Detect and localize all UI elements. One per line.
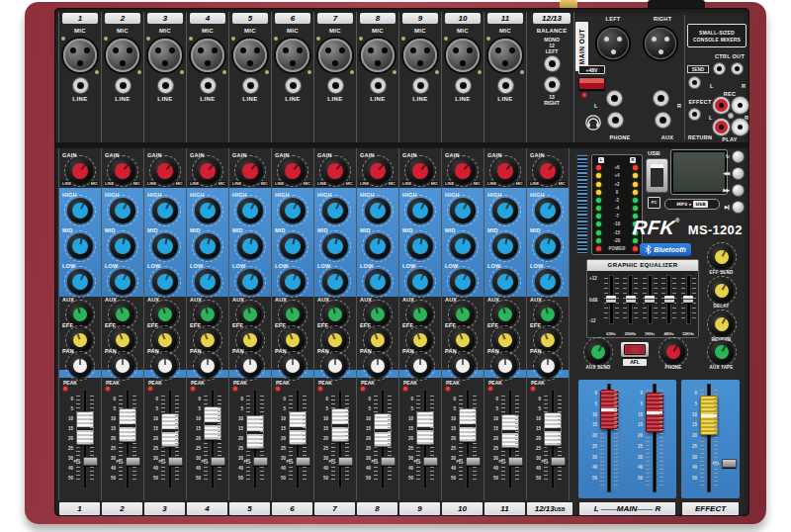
pfl-button[interactable] — [423, 457, 438, 466]
mid-knob[interactable] — [450, 233, 476, 259]
low-knob[interactable] — [195, 269, 220, 295]
slider-cap[interactable] — [606, 296, 616, 303]
high-knob[interactable] — [407, 198, 433, 223]
high-knob[interactable] — [237, 198, 263, 223]
low-knob[interactable] — [450, 269, 476, 295]
low-knob[interactable] — [322, 269, 348, 295]
low-knob[interactable] — [237, 269, 263, 295]
mid-knob[interactable] — [67, 233, 93, 259]
high-knob[interactable] — [280, 198, 306, 223]
pan-knob[interactable] — [323, 354, 347, 378]
pan-knob[interactable] — [196, 354, 220, 378]
mid-knob[interactable] — [535, 233, 561, 259]
channel-fader-cap[interactable] — [161, 413, 179, 447]
pan-knob[interactable] — [493, 354, 517, 378]
pan-knob[interactable] — [451, 354, 475, 378]
pan-knob[interactable] — [366, 354, 390, 378]
pan-knob[interactable] — [536, 354, 560, 378]
pfl-button[interactable] — [83, 457, 98, 466]
afl-button[interactable] — [621, 342, 649, 357]
channel-fader-cap[interactable] — [416, 411, 434, 445]
eq-band-slider[interactable]: 63Hz — [602, 275, 620, 336]
high-knob[interactable] — [67, 198, 93, 223]
high-knob[interactable] — [322, 198, 348, 223]
high-knob[interactable] — [535, 198, 561, 223]
eq-band-slider[interactable]: 12KHz — [679, 275, 697, 336]
channel-fader-cap[interactable] — [374, 413, 392, 447]
pan-knob[interactable] — [111, 354, 134, 378]
high-knob[interactable] — [365, 198, 391, 223]
channel-fader-strip: PEAK0510152025304050PFL — [399, 378, 442, 500]
low-knob[interactable] — [492, 269, 518, 295]
pfl-button[interactable] — [338, 457, 353, 466]
aux-tape-knob[interactable] — [710, 340, 734, 364]
eq-band-slider[interactable]: 250Hz — [622, 275, 640, 336]
high-knob[interactable] — [450, 198, 476, 223]
channel-fader-cap[interactable] — [204, 406, 221, 440]
low-knob[interactable] — [365, 269, 391, 295]
slider-cap[interactable] — [626, 296, 636, 303]
reverb-knob[interactable] — [710, 312, 734, 336]
eff-send-knob[interactable] — [710, 245, 734, 269]
pfl-button[interactable] — [551, 457, 566, 466]
pfl-button[interactable] — [508, 457, 523, 466]
high-knob[interactable] — [152, 198, 178, 223]
mid-knob[interactable] — [365, 233, 391, 259]
mid-knob-row: MID — [272, 227, 313, 261]
low-knob[interactable] — [407, 269, 433, 295]
slider-cap[interactable] — [683, 296, 693, 303]
eq-band-slider[interactable]: 4KHz — [660, 275, 678, 336]
pfl-button[interactable] — [168, 457, 183, 466]
pfl-button[interactable] — [253, 457, 268, 466]
pfl-button[interactable] — [211, 457, 225, 466]
pan-knob[interactable] — [153, 354, 177, 378]
channel-fader-cap[interactable] — [331, 408, 349, 442]
phone-knob[interactable] — [661, 340, 685, 364]
mid-knob[interactable] — [407, 233, 433, 259]
slider-cap[interactable] — [664, 296, 674, 303]
mid-knob[interactable] — [322, 233, 348, 259]
effect-fader-cap[interactable] — [700, 396, 718, 435]
channel-fader-cap[interactable] — [459, 408, 477, 442]
channel-number-label: 9 — [399, 502, 440, 515]
pfl-button[interactable] — [381, 457, 396, 466]
pfl-button[interactable] — [296, 457, 310, 466]
pfl-button[interactable] — [466, 457, 481, 466]
channel-fader-cap[interactable] — [289, 411, 307, 445]
effect-pfl-button[interactable] — [722, 459, 737, 468]
channel-fader-cap[interactable] — [501, 414, 519, 448]
mid-knob[interactable] — [237, 233, 263, 259]
phantom-power-switch[interactable] — [578, 77, 605, 90]
high-knob[interactable] — [195, 198, 220, 223]
channel-fader-cap[interactable] — [76, 411, 94, 445]
pan-knob[interactable] — [408, 354, 432, 378]
low-knob[interactable] — [152, 269, 178, 295]
aux-send-knob[interactable] — [586, 340, 610, 364]
low-knob-row: LOW — [187, 263, 228, 297]
channel-fader-cap[interactable] — [544, 412, 562, 446]
pan-knob[interactable] — [68, 354, 92, 378]
xlr-screw — [435, 70, 439, 74]
eq-band-slider[interactable]: 1KHz — [641, 275, 659, 336]
low-knob[interactable] — [535, 269, 561, 295]
main-right-fader-cap[interactable] — [646, 393, 663, 432]
mid-knob[interactable] — [110, 233, 135, 259]
channel-fader-cap[interactable] — [246, 415, 264, 449]
mid-knob[interactable] — [492, 233, 518, 259]
high-knob[interactable] — [110, 198, 135, 223]
low-knob[interactable] — [110, 269, 135, 295]
slider-cap[interactable] — [645, 296, 655, 303]
effect-fader: 0510152025304050 — [683, 382, 725, 496]
delay-knob[interactable] — [710, 279, 734, 303]
channel-fader-cap[interactable] — [119, 408, 136, 442]
mid-knob[interactable] — [280, 233, 306, 259]
pfl-button[interactable] — [126, 457, 140, 466]
low-knob[interactable] — [67, 269, 93, 295]
pan-knob[interactable] — [281, 354, 305, 378]
pan-knob[interactable] — [238, 354, 262, 378]
high-knob[interactable] — [492, 198, 518, 223]
low-knob[interactable] — [280, 269, 306, 295]
mid-knob[interactable] — [152, 233, 178, 259]
main-left-fader-cap[interactable] — [600, 390, 618, 429]
mid-knob[interactable] — [195, 233, 220, 259]
